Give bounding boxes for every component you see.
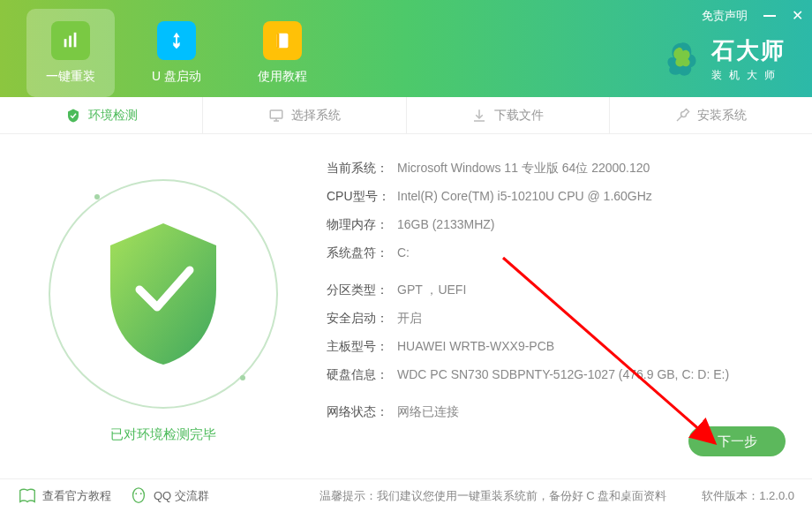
tab-select-label: 选择系统 (291, 108, 341, 124)
tab-download[interactable]: 下载文件 (407, 97, 610, 133)
nav-usb[interactable]: U 盘启动 (132, 9, 221, 97)
disk-label: 硬盘信息： (327, 367, 397, 383)
header: 一键重装 U 盘启动 使用教程 免责声明 ✕ 石大师 装机大师 (0, 0, 812, 97)
nav-tutorial-label: 使用教程 (258, 69, 307, 85)
status-panel: 已对环境检测完毕 (26, 152, 300, 470)
svg-rect-0 (64, 39, 67, 47)
brand-logo-icon (662, 40, 701, 79)
status-text: 已对环境检测完毕 (110, 426, 216, 443)
nav-reinstall-label: 一键重装 (46, 69, 95, 85)
nav-reinstall[interactable]: 一键重装 (26, 9, 115, 97)
nav-tutorial[interactable]: 使用教程 (238, 9, 327, 97)
system-info: 当前系统：Microsoft Windows 11 专业版 64位 22000.… (300, 152, 786, 470)
net-value: 网络已连接 (397, 404, 459, 420)
board-label: 主板型号： (327, 339, 397, 355)
disclaimer-link[interactable]: 免责声明 (702, 8, 748, 24)
footer-tip-text: 我们建议您使用一键重装系统前，备份好 C 盘和桌面资料 (377, 489, 667, 502)
footer-qq-label: QQ 交流群 (154, 488, 209, 504)
window-controls: 免责声明 ✕ (702, 7, 803, 24)
content: 已对环境检测完毕 当前系统：Microsoft Windows 11 专业版 6… (0, 134, 812, 478)
next-button[interactable]: 下一步 (688, 426, 786, 456)
monitor-icon (268, 108, 284, 124)
svg-rect-4 (277, 34, 280, 49)
tab-env-label: 环境检测 (88, 108, 138, 124)
usb-icon (157, 21, 196, 60)
ram-label: 物理内存： (327, 217, 397, 233)
minimize-button[interactable] (763, 15, 776, 17)
net-label: 网络状态： (327, 404, 397, 420)
svg-point-10 (135, 493, 137, 494)
footer-tip: 温馨提示：我们建议您使用一键重装系统前，备份好 C 盘和桌面资料 (320, 488, 667, 504)
svg-point-11 (140, 493, 142, 494)
secure-value: 开启 (397, 311, 422, 327)
close-button[interactable]: ✕ (792, 7, 803, 24)
book-icon (263, 21, 302, 60)
tab-install-label: 安装系统 (697, 108, 747, 124)
svg-rect-5 (270, 110, 282, 118)
download-icon (471, 108, 487, 124)
brand-subtitle: 装机大师 (711, 68, 786, 83)
ram-value: 16GB (2133MHZ) (397, 217, 494, 233)
tab-env-check[interactable]: 环境检测 (0, 97, 203, 133)
bars-icon (51, 21, 90, 60)
drive-label: 系统盘符： (327, 245, 397, 261)
svg-rect-1 (69, 36, 71, 48)
footer-version: 软件版本：1.2.0.0 (702, 488, 794, 504)
shield-icon (97, 219, 229, 369)
brand-title: 石大师 (711, 35, 786, 66)
book-open-icon (18, 486, 37, 506)
os-label: 当前系统： (327, 161, 397, 177)
svg-rect-2 (74, 33, 77, 48)
footer-qq-link[interactable]: QQ 交流群 (129, 486, 209, 506)
tab-download-label: 下载文件 (494, 108, 544, 124)
step-tabs: 环境检测 选择系统 下载文件 安装系统 (0, 97, 812, 134)
disk-value: WDC PC SN730 SDBPNTY-512G-1027 (476.9 GB… (397, 367, 729, 383)
nav-items: 一键重装 U 盘启动 使用教程 (0, 0, 335, 97)
os-value: Microsoft Windows 11 专业版 64位 22000.120 (397, 161, 650, 177)
footer: 查看官方教程 QQ 交流群 温馨提示：我们建议您使用一键重装系统前，备份好 C … (0, 478, 812, 512)
wrench-icon (674, 108, 690, 124)
footer-ver-value: 1.2.0.0 (759, 489, 794, 502)
brand: 石大师 装机大师 (662, 35, 786, 83)
part-label: 分区类型： (327, 282, 397, 298)
svg-point-9 (133, 487, 145, 502)
part-value: GPT ，UEFI (397, 282, 466, 298)
board-value: HUAWEI WRTB-WXX9-PCB (397, 339, 554, 355)
drive-value: C: (397, 245, 410, 261)
qq-icon (129, 486, 148, 506)
tab-select-system[interactable]: 选择系统 (203, 97, 406, 133)
footer-ver-label: 软件版本： (702, 489, 759, 502)
tab-install[interactable]: 安装系统 (610, 97, 812, 133)
shield-ring (49, 179, 278, 409)
secure-label: 安全启动： (327, 311, 397, 327)
nav-usb-label: U 盘启动 (152, 69, 201, 85)
cpu-value: Intel(R) Core(TM) i5-10210U CPU @ 1.60GH… (397, 189, 652, 205)
cpu-label: CPU型号： (327, 189, 397, 205)
footer-tip-label: 温馨提示： (320, 489, 377, 502)
footer-tutorial-link[interactable]: 查看官方教程 (18, 486, 111, 506)
shield-check-icon (65, 108, 81, 124)
footer-tutorial-label: 查看官方教程 (42, 488, 111, 504)
